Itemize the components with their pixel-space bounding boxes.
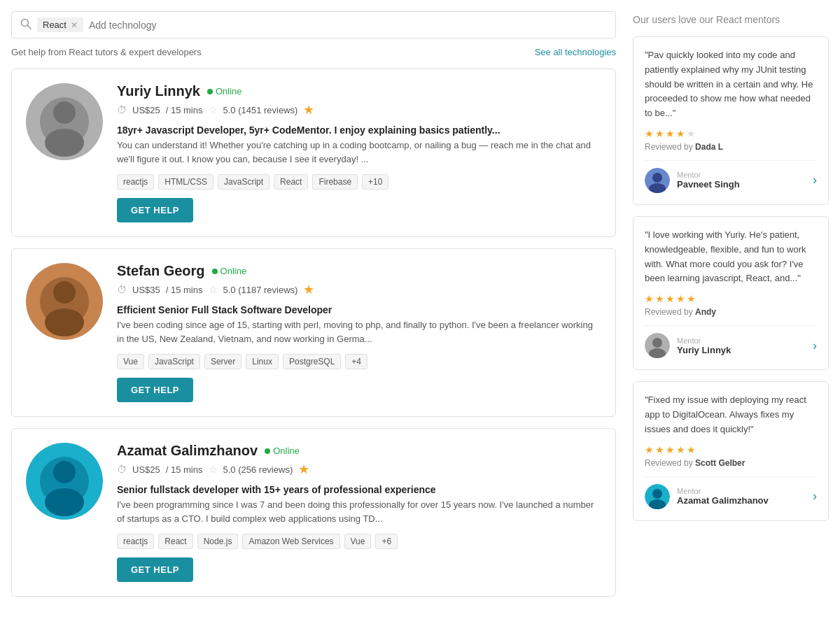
review-mentor-name: Azamat Galimzhanov: [677, 495, 769, 506]
svg-point-6: [45, 129, 84, 157]
svg-point-11: [45, 308, 84, 336]
reviewer-name: Dada L: [695, 142, 723, 152]
review-mentor-avatar: [645, 168, 670, 193]
tag: Vue: [344, 534, 372, 549]
reviewer-name: Andy: [695, 307, 716, 317]
star-filled-icon: ★: [645, 293, 654, 304]
mentor-price: US$25: [132, 464, 160, 475]
tag: JavaScript: [218, 174, 270, 190]
get-help-button[interactable]: GET HELP: [117, 557, 193, 582]
mentor-card: Stefan Georg Online ⏱ US$35 / 15 mins ☆ …: [11, 248, 616, 417]
star-filled-icon: ★: [655, 293, 664, 304]
online-badge: Online: [207, 86, 242, 97]
svg-point-10: [53, 281, 76, 304]
mentor-card-inner: Azamat Galimzhanov Online ⏱ US$25 / 15 m…: [26, 443, 601, 582]
online-badge: Online: [265, 446, 300, 456]
mentor-header: Azamat Galimzhanov Online: [117, 443, 601, 459]
search-tag-close[interactable]: ✕: [71, 20, 78, 30]
clock-icon: ⏱: [117, 284, 127, 295]
online-label: Online: [273, 446, 300, 456]
svg-point-15: [53, 461, 76, 483]
review-mentor-label: Mentor: [677, 336, 731, 345]
svg-line-1: [28, 25, 31, 29]
tag: JavaScript: [148, 354, 200, 369]
subtitle-row: Get help from React tutors & expert deve…: [11, 47, 616, 57]
mentor-header: Yuriy Linnyk Online: [117, 83, 601, 99]
mentor-name: Stefan Georg: [117, 263, 205, 279]
star-filled-icon: ★: [687, 293, 696, 304]
star-filled-icon: ★: [666, 293, 675, 304]
review-mentor-avatar: [645, 333, 670, 358]
review-mentor-details: Mentor Pavneet Singh: [677, 171, 740, 190]
tag: Node.js: [197, 534, 239, 549]
see-all-link[interactable]: See all technologies: [535, 47, 616, 57]
sidebar-title: Our users love our React mentors: [633, 11, 829, 25]
tag: React: [274, 174, 308, 190]
star-icon: ☆: [209, 284, 218, 295]
mentor-title: 18yr+ Javascript Developer, 5yr+ CodeMen…: [117, 125, 601, 136]
review-mentor-info: Mentor Yuriy Linnyk: [645, 333, 731, 358]
mentor-title: Senior fullstack developer with 15+ year…: [117, 484, 601, 495]
review-text: "I love working with Yuriy. He's patient…: [645, 228, 817, 286]
review-by: Reviewed by Andy: [645, 307, 817, 317]
online-badge: Online: [212, 266, 247, 276]
tag: PostgreSQL: [283, 354, 341, 369]
mentor-header: Stefan Georg Online: [117, 263, 601, 279]
review-mentor-details: Mentor Azamat Galimzhanov: [677, 487, 769, 506]
star-filled-icon: ★: [666, 128, 675, 139]
online-label: Online: [216, 86, 242, 97]
review-mentor-label: Mentor: [677, 487, 769, 495]
star-filled-icon: ★: [666, 444, 675, 455]
review-mentor-row: Mentor Azamat Galimzhanov ›: [645, 476, 817, 509]
tag: Server: [204, 354, 241, 369]
review-mentor-name: Pavneet Singh: [677, 179, 740, 190]
review-cards: "Pav quickly looked into my code and pat…: [633, 36, 829, 521]
mentor-card-inner: Stefan Georg Online ⏱ US$35 / 15 mins ☆ …: [26, 263, 601, 402]
search-tag-label: React: [43, 20, 66, 30]
rating-text: 5.0 (1187 reviews): [223, 285, 298, 295]
tags-row: reactjsReactNode.jsAmazon Web ServicesVu…: [117, 534, 601, 549]
tags-row: reactjsHTML/CSSJavaScriptReactFirebase+1…: [117, 174, 601, 190]
svg-point-21: [652, 338, 662, 348]
mentor-card: Azamat Galimzhanov Online ⏱ US$25 / 15 m…: [11, 428, 616, 597]
online-dot: [212, 269, 218, 274]
review-mentor-link[interactable]: ›: [813, 489, 817, 504]
tags-row: VueJavaScriptServerLinuxPostgreSQL+4: [117, 354, 601, 369]
get-help-button[interactable]: GET HELP: [117, 378, 193, 402]
tag: reactjs: [117, 174, 154, 190]
mentor-avatar-wrap: [26, 263, 103, 402]
review-text: "Pav quickly looked into my code and pat…: [645, 48, 817, 121]
star-filled-icon: ★: [687, 444, 696, 455]
mentor-desc: You can understand it! Whether you're ca…: [117, 138, 601, 166]
review-mentor-info: Mentor Azamat Galimzhanov: [645, 484, 769, 509]
mentor-avatar: [26, 83, 103, 160]
review-stars: ★★★★★: [645, 444, 817, 455]
mentor-price: US$25: [132, 105, 160, 115]
review-stars: ★★★★★: [645, 293, 817, 304]
get-help-button[interactable]: GET HELP: [117, 198, 193, 222]
search-tag-react: React ✕: [37, 17, 83, 32]
search-input[interactable]: [89, 20, 607, 31]
mentor-desc: I've been programming since I was 7 and …: [117, 498, 601, 525]
mentor-meta: ⏱ US$35 / 15 mins ☆ 5.0 (1187 reviews) ★: [117, 282, 601, 297]
review-mentor-name: Yuriy Linnyk: [677, 345, 731, 355]
review-mentor-link[interactable]: ›: [813, 173, 817, 187]
mentor-card: Yuriy Linnyk Online ⏱ US$25 / 15 mins ☆ …: [11, 69, 616, 237]
search-bar: React ✕: [11, 11, 616, 38]
svg-point-16: [45, 488, 84, 516]
mentor-price: US$35: [132, 285, 160, 295]
mentor-meta: ⏱ US$25 / 15 mins ☆ 5.0 (256 reviews) ★: [117, 462, 601, 477]
star-empty-icon: ★: [687, 128, 696, 139]
mentor-desc: I've been coding since age of 15, starti…: [117, 318, 601, 346]
subtitle-text: Get help from React tutors & expert deve…: [11, 47, 202, 57]
rating-text: 5.0 (256 reviews): [223, 464, 293, 475]
mentor-card-inner: Yuriy Linnyk Online ⏱ US$25 / 15 mins ☆ …: [26, 83, 601, 222]
review-mentor-link[interactable]: ›: [813, 339, 817, 353]
review-mentor-details: Mentor Yuriy Linnyk: [677, 336, 731, 355]
mentor-avatar: [26, 263, 103, 340]
search-icon: [20, 18, 31, 32]
page-layout: React ✕ Get help from React tutors & exp…: [0, 0, 840, 619]
rating-text: 5.0 (1451 reviews): [223, 105, 298, 115]
star-icon: ☆: [209, 464, 218, 475]
tag: React: [158, 534, 192, 549]
